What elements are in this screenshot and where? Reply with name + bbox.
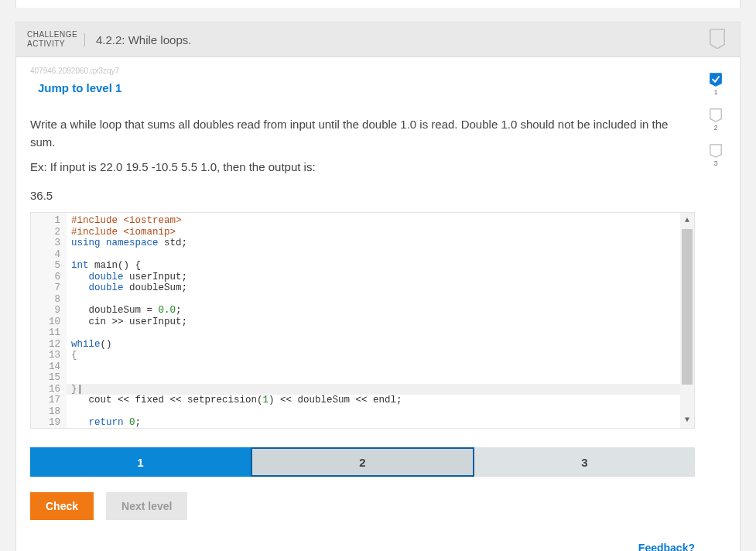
line-number-gutter: 12345678910111213141516171819 [31, 213, 67, 428]
level-bar: 123 [30, 447, 695, 477]
tracker-level-1[interactable]: 1 [709, 73, 723, 96]
tracker-level-3[interactable]: 3 [709, 144, 723, 167]
prompt-text-1: Write a while loop that sums all doubles… [30, 116, 695, 151]
challenge-title: 4.2.2: While loops. [84, 33, 191, 46]
code-editor[interactable]: 12345678910111213141516171819 #include <… [30, 212, 695, 429]
prompt: Write a while loop that sums all doubles… [30, 116, 695, 204]
feedback-link[interactable]: Feedback? [638, 542, 695, 551]
challenge-label: CHALLENGE ACTIVITY [27, 30, 80, 49]
level-segment-2[interactable]: 2 [251, 447, 474, 477]
level-tracker: 123 [706, 73, 726, 551]
challenge-header: CHALLENGE ACTIVITY 4.2.2: While loops. [16, 22, 740, 57]
expected-output: 36.5 [30, 187, 695, 205]
next-level-button: Next level [106, 492, 187, 520]
tracker-level-2[interactable]: 2 [709, 108, 723, 132]
challenge-card: CHALLENGE ACTIVITY 4.2.2: While loops. 4… [15, 22, 741, 551]
hash-id: 407946.2092060.qx3zqy7 [30, 67, 695, 75]
level-segment-3[interactable]: 3 [474, 447, 695, 477]
prompt-text-2: Ex: If input is 22.0 19.5 -10.5 5.5 1.0,… [30, 159, 695, 176]
code-area[interactable]: #include <iostream>#include <iomanip>usi… [67, 213, 694, 428]
jump-to-level-link[interactable]: Jump to level 1 [38, 81, 121, 94]
level-segment-1[interactable]: 1 [30, 447, 251, 477]
check-button[interactable]: Check [30, 492, 94, 520]
bookmark-icon[interactable] [709, 29, 726, 49]
